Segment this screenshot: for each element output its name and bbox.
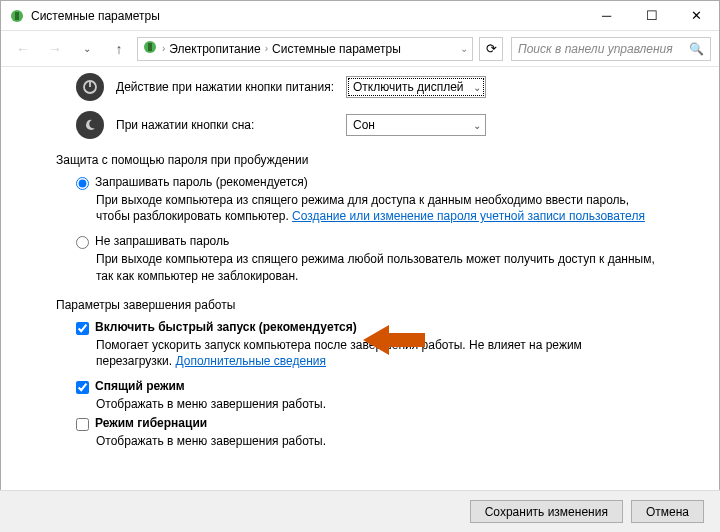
svg-rect-1 [15,12,19,20]
nav-bar: ← → ⌄ ↑ › Электропитание › Системные пар… [1,31,719,67]
fast-startup-label: Включить быстрый запуск (рекомендуется) [95,320,357,334]
no-password-radio[interactable]: Не запрашивать пароль [76,234,699,249]
sleep-button-action-row: При нажатии кнопки сна: Сон ⌄ [76,111,699,139]
breadcrumb-dropdown[interactable]: ⌄ [460,43,468,54]
sleep-mode-desc: Отображать в меню завершения работы. [96,396,656,412]
hibernation-desc: Отображать в меню завершения работы. [96,433,656,449]
wake-protection-heading: Защита с помощью пароля при пробуждении [56,153,699,167]
sleep-mode-label: Спящий режим [95,379,185,393]
control-panel-icon [9,8,25,24]
save-button[interactable]: Сохранить изменения [470,500,623,523]
sleep-button-action-select[interactable]: Сон ⌄ [346,114,486,136]
content-area: Действие при нажатии кнопки питания: Отк… [1,67,719,487]
no-password-label: Не запрашивать пароль [95,234,229,248]
no-password-desc: При выходе компьютера из спящего режима … [96,251,656,283]
callout-arrow-icon [363,322,425,361]
refresh-button[interactable]: ⟳ [479,37,503,61]
shutdown-params-heading: Параметры завершения работы [56,298,699,312]
close-button[interactable]: ✕ [674,1,719,31]
chevron-right-icon: › [160,43,167,54]
require-password-desc: При выходе компьютера из спящего режима … [96,192,656,224]
breadcrumb-item[interactable]: Системные параметры [272,42,401,56]
svg-rect-3 [148,43,152,51]
recent-locations-dropdown[interactable]: ⌄ [73,35,101,63]
power-button-action-row: Действие при нажатии кнопки питания: Отк… [76,73,699,101]
chevron-down-icon: ⌄ [473,82,481,93]
search-icon: 🔍 [689,42,704,56]
sleep-icon [76,111,104,139]
chevron-right-icon: › [263,43,270,54]
power-button-label: Действие при нажатии кнопки питания: [116,80,346,94]
window-title: Системные параметры [31,9,584,23]
require-password-label: Запрашивать пароль (рекомендуется) [95,175,308,189]
power-button-action-select[interactable]: Отключить дисплей ⌄ [346,76,486,98]
breadcrumb-item[interactable]: Электропитание [169,42,260,56]
sleep-mode-checkbox[interactable]: Спящий режим [76,379,699,394]
maximize-button[interactable]: ☐ [629,1,674,31]
footer: Сохранить изменения Отмена [0,490,720,532]
search-input[interactable]: Поиск в панели управления 🔍 [511,37,711,61]
up-button[interactable]: ↑ [105,35,133,63]
breadcrumb-bar[interactable]: › Электропитание › Системные параметры ⌄ [137,37,473,61]
power-icon [76,73,104,101]
require-password-input[interactable] [76,177,89,190]
search-placeholder: Поиск в панели управления [518,42,673,56]
svg-marker-6 [363,325,425,355]
require-password-radio[interactable]: Запрашивать пароль (рекомендуется) [76,175,699,190]
control-panel-icon [142,39,158,58]
sleep-button-label: При нажатии кнопки сна: [116,118,346,132]
back-button[interactable]: ← [9,35,37,63]
hibernation-checkbox[interactable]: Режим гибернации [76,416,699,431]
minimize-button[interactable]: ─ [584,1,629,31]
no-password-input[interactable] [76,236,89,249]
hibernation-label: Режим гибернации [95,416,207,430]
more-info-link[interactable]: Дополнительные сведения [175,354,325,368]
chevron-down-icon: ⌄ [473,120,481,131]
forward-button[interactable]: → [41,35,69,63]
create-password-link[interactable]: Создание или изменение пароля учетной за… [292,209,645,223]
hibernation-input[interactable] [76,418,89,431]
titlebar: Системные параметры ─ ☐ ✕ [1,1,719,31]
fast-startup-input[interactable] [76,322,89,335]
sleep-mode-input[interactable] [76,381,89,394]
cancel-button[interactable]: Отмена [631,500,704,523]
